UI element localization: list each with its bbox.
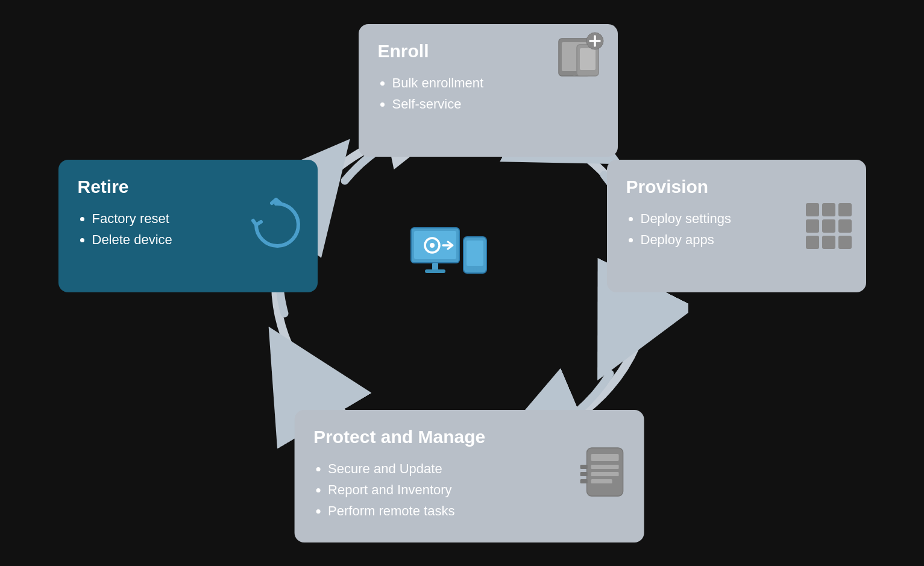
diagram-container: Enroll Bulk enrollment Self-service Prov… <box>40 18 884 549</box>
card-enroll: Enroll Bulk enrollment Self-service <box>359 24 618 157</box>
list-item: Perform remote tasks <box>328 500 535 521</box>
list-item: Secure and Update <box>328 458 535 479</box>
svg-rect-24 <box>591 479 612 483</box>
protect-icon <box>577 445 632 508</box>
list-item: Self-service <box>392 93 599 115</box>
provision-title: Provision <box>626 177 847 197</box>
mdm-icon <box>408 225 492 291</box>
svg-rect-9 <box>467 241 483 266</box>
protect-title: Protect and Manage <box>313 427 535 447</box>
card-provision: Provision Deploy settings Deploy apps <box>607 160 866 292</box>
svg-rect-22 <box>591 465 618 469</box>
svg-point-13 <box>573 72 576 76</box>
list-item: Report and Inventory <box>328 479 535 500</box>
svg-point-10 <box>473 268 477 271</box>
center-icon <box>408 225 492 294</box>
svg-rect-15 <box>580 48 596 70</box>
svg-rect-21 <box>591 454 618 461</box>
retire-icon <box>249 198 303 254</box>
card-retire: Retire Factory reset Delete device <box>58 160 318 292</box>
protect-list: Secure and Update Report and Inventory P… <box>313 458 535 522</box>
svg-rect-27 <box>580 479 587 483</box>
svg-point-16 <box>586 72 589 75</box>
retire-title: Retire <box>78 177 298 197</box>
enroll-icon <box>552 30 606 81</box>
svg-rect-25 <box>580 465 587 469</box>
svg-rect-23 <box>591 472 618 476</box>
card-protect: Protect and Manage Secure and Update Rep… <box>294 410 644 542</box>
svg-point-5 <box>430 243 435 248</box>
svg-rect-26 <box>580 472 587 476</box>
provision-icon <box>806 203 852 249</box>
svg-rect-7 <box>425 269 445 273</box>
